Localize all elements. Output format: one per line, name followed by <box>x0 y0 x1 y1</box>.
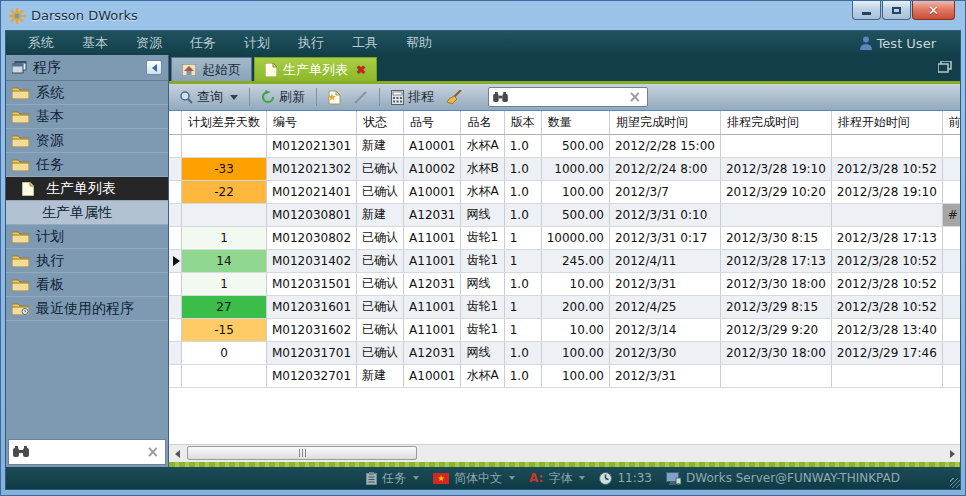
horizontal-scrollbar[interactable] <box>169 444 960 462</box>
cell-sched_start[interactable]: 2012/3/28 10:52 <box>831 157 942 180</box>
cell-clipped[interactable] <box>942 180 960 203</box>
cell-expect_end[interactable]: 2012/2/24 8:00 <box>609 157 720 180</box>
cell-sched_start[interactable] <box>831 203 942 226</box>
cell-no[interactable]: M012031602 <box>267 318 357 341</box>
cell-sched_end[interactable]: 2012/3/29 8:15 <box>720 295 831 318</box>
cell-sched_end[interactable]: 2012/3/30 8:15 <box>720 226 831 249</box>
cell-no[interactable]: M012021302 <box>267 157 357 180</box>
cell-version[interactable]: 1.0 <box>504 180 541 203</box>
table-row[interactable]: M012021301新建A10001水杯A1.0500.002012/2/28 … <box>169 134 960 157</box>
schedule-button[interactable]: 排程 <box>387 86 438 108</box>
sidebar-item-资源[interactable]: 资源 <box>6 129 168 153</box>
table-row[interactable]: 1M012030802已确认A11001齿轮1110000.002012/3/3… <box>169 226 960 249</box>
tab-production-order-list[interactable]: 生产单列表 ✖ <box>254 57 377 81</box>
cell-status[interactable]: 新建 <box>357 134 404 157</box>
cell-status[interactable]: 已确认 <box>357 272 404 295</box>
cell-no[interactable]: M012032701 <box>267 364 357 387</box>
cell-qty[interactable]: 10.00 <box>541 272 609 295</box>
new-button[interactable] <box>324 88 345 107</box>
sidebar-item-看板[interactable]: 看板 <box>6 273 168 297</box>
user-indicator[interactable]: Test User <box>860 36 950 51</box>
sidebar-item-计划[interactable]: 计划 <box>6 225 168 249</box>
table-row[interactable]: M012032701新建A10001水杯A1.0100.002012/3/31 <box>169 364 960 387</box>
cell-sched_start[interactable]: 2012/3/28 19:10 <box>831 180 942 203</box>
cell-sched_end[interactable]: 2012/3/30 18:00 <box>720 341 831 364</box>
resize-grip[interactable] <box>950 478 960 488</box>
cell-clipped[interactable] <box>942 295 960 318</box>
cell-sched_end[interactable]: 2012/3/30 18:00 <box>720 272 831 295</box>
cell-diff[interactable]: -33 <box>182 157 267 180</box>
table-row[interactable]: 0M012031701已确认A12031网线1.0100.002012/3/30… <box>169 341 960 364</box>
sidebar-item-系统[interactable]: 系统 <box>6 81 168 105</box>
cell-expect_end[interactable]: 2012/3/31 0:10 <box>609 203 720 226</box>
sidebar-item-生产单列表[interactable]: 生产单列表 <box>6 177 168 201</box>
cell-diff[interactable] <box>182 203 267 226</box>
cell-version[interactable]: 1.0 <box>504 272 541 295</box>
sidebar-item-执行[interactable]: 执行 <box>6 249 168 273</box>
cell-item_name[interactable]: 水杯A <box>461 134 504 157</box>
tab-close-icon[interactable]: ✖ <box>356 63 366 77</box>
cell-item_name[interactable]: 水杯A <box>461 364 504 387</box>
cell-item_name[interactable]: 齿轮1 <box>461 295 504 318</box>
column-header-diff[interactable]: 计划差异天数 <box>182 111 267 134</box>
cell-qty[interactable]: 200.00 <box>541 295 609 318</box>
cell-diff[interactable]: 1 <box>182 226 267 249</box>
cell-qty[interactable]: 100.00 <box>541 364 609 387</box>
sidebar-item-最近使用的程序[interactable]: 最近使用的程序 <box>6 297 168 321</box>
scrollbar-thumb[interactable] <box>187 446 417 460</box>
cell-version[interactable]: 1 <box>504 249 541 272</box>
sidebar-item-基本[interactable]: 基本 <box>6 105 168 129</box>
cell-item_no[interactable]: A10002 <box>404 157 461 180</box>
cell-diff[interactable]: 27 <box>182 295 267 318</box>
cell-item_no[interactable]: A10001 <box>404 134 461 157</box>
cell-qty[interactable]: 245.00 <box>541 249 609 272</box>
column-header-expect_end[interactable]: 期望完成时间 <box>609 111 720 134</box>
cell-sched_end[interactable]: 2012/3/28 17:13 <box>720 249 831 272</box>
cell-status[interactable]: 已确认 <box>357 180 404 203</box>
cell-qty[interactable]: 500.00 <box>541 134 609 157</box>
status-language-menu[interactable]: ★ 简体中文 <box>433 470 515 487</box>
menu-item-1[interactable]: 系统 <box>16 32 66 54</box>
cell-sched_start[interactable]: 2012/3/28 10:52 <box>831 272 942 295</box>
cell-no[interactable]: M012031402 <box>267 249 357 272</box>
cell-version[interactable]: 1.0 <box>504 203 541 226</box>
cell-expect_end[interactable]: 2012/3/31 <box>609 364 720 387</box>
cell-sched_start[interactable] <box>831 134 942 157</box>
cell-status[interactable]: 新建 <box>357 203 404 226</box>
tab-start-page[interactable]: 起始页 <box>171 57 252 81</box>
column-header-sched_start[interactable]: 排程开始时间 <box>831 111 942 134</box>
cell-clipped[interactable] <box>942 249 960 272</box>
cell-no[interactable]: M012031601 <box>267 295 357 318</box>
cell-status[interactable]: 已确认 <box>357 249 404 272</box>
cell-version[interactable]: 1 <box>504 226 541 249</box>
cell-status[interactable]: 新建 <box>357 364 404 387</box>
menu-item-5[interactable]: 计划 <box>232 32 282 54</box>
cell-version[interactable]: 1.0 <box>504 341 541 364</box>
cell-diff[interactable]: 0 <box>182 341 267 364</box>
cell-qty[interactable]: 100.00 <box>541 341 609 364</box>
cell-qty[interactable]: 10000.00 <box>541 226 609 249</box>
cell-item_no[interactable]: A12031 <box>404 272 461 295</box>
cell-expect_end[interactable]: 2012/3/14 <box>609 318 720 341</box>
cell-item_name[interactable]: 网线 <box>461 203 504 226</box>
cell-expect_end[interactable]: 2012/3/30 <box>609 341 720 364</box>
cell-clipped[interactable] <box>942 157 960 180</box>
close-button[interactable]: ✕ <box>912 1 955 20</box>
cell-item_name[interactable]: 齿轮1 <box>461 318 504 341</box>
cell-expect_end[interactable]: 2012/3/7 <box>609 180 720 203</box>
cell-clipped[interactable] <box>942 134 960 157</box>
refresh-button[interactable]: 刷新 <box>257 86 309 108</box>
cell-no[interactable]: M012021301 <box>267 134 357 157</box>
cell-diff[interactable]: -15 <box>182 318 267 341</box>
cell-sched_start[interactable]: 2012/3/28 17:13 <box>831 226 942 249</box>
menu-item-2[interactable]: 基本 <box>70 32 120 54</box>
column-header-clipped[interactable]: 前 <box>942 111 960 134</box>
sidebar-item-任务[interactable]: 任务 <box>6 153 168 177</box>
menu-item-6[interactable]: 执行 <box>286 32 336 54</box>
cell-clipped[interactable] <box>942 341 960 364</box>
cell-item_name[interactable]: 网线 <box>461 341 504 364</box>
table-row[interactable]: -33M012021302已确认A10002水杯B1.01000.002012/… <box>169 157 960 180</box>
cell-diff[interactable] <box>182 134 267 157</box>
cell-item_no[interactable]: A10001 <box>404 180 461 203</box>
cell-item_no[interactable]: A10001 <box>404 364 461 387</box>
